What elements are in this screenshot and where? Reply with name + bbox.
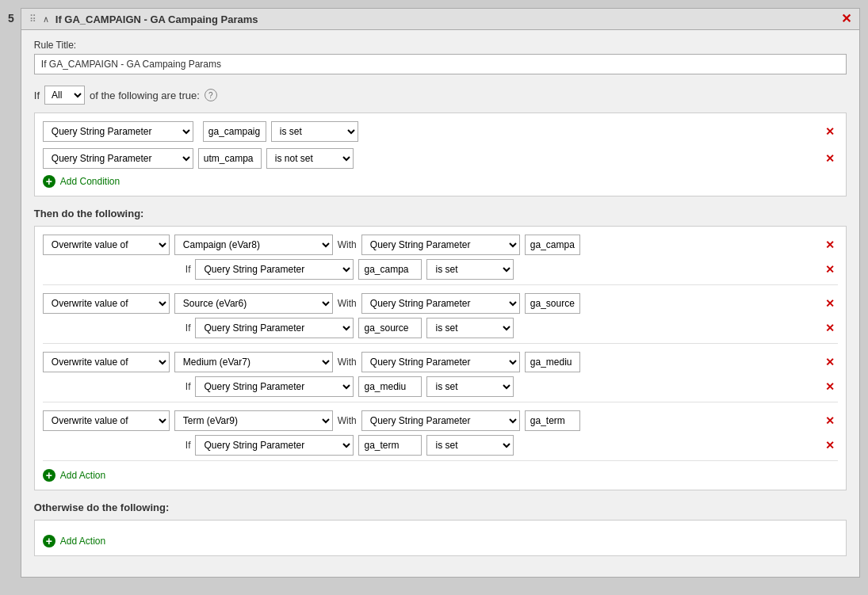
action-if-row-3: If Query String Parameter Query Paramete… xyxy=(185,376,838,397)
condition-value-input-2[interactable] xyxy=(198,148,262,169)
action-main-row-2: Overwrite value of Source (eVar6) With Q… xyxy=(43,293,838,314)
drag-handle-icon[interactable]: ⠿ xyxy=(29,13,36,25)
panel-close-button[interactable]: ✕ xyxy=(841,13,851,25)
condition-value-input-1[interactable] xyxy=(203,121,266,142)
action-if-type-select-2[interactable]: Query String Parameter Query Parameter S… xyxy=(195,318,354,338)
action-block-2: Overwrite value of Source (eVar6) With Q… xyxy=(43,293,838,344)
conditions-area: Query String Parameter Query Parameter S… xyxy=(34,113,847,196)
action-if-operator-select-3[interactable]: is set is not set xyxy=(426,376,514,397)
if-label-3: If xyxy=(185,381,191,392)
add-otherwise-action-label[interactable]: Add Action xyxy=(60,536,105,547)
condition-type-select-1[interactable]: Query String Parameter Query Parameter S… xyxy=(43,121,193,142)
add-condition-icon: + xyxy=(43,175,55,188)
action-if-row-4: If Query String Parameter Query Paramete… xyxy=(185,435,838,456)
action-if-type-select-3[interactable]: Query String Parameter Query Parameter S… xyxy=(195,376,354,397)
if-suffix: of the following are true: xyxy=(90,90,200,101)
condition-row: Query String Parameter Query Parameter S… xyxy=(43,121,838,142)
then-section-label: Then do the following: xyxy=(34,208,847,219)
condition-operator-select-1[interactable]: is set is not set xyxy=(271,121,358,142)
if-section-header: If All Any of the following are true: ? xyxy=(34,86,847,105)
if-label-2: If xyxy=(185,322,191,334)
if-label-4: If xyxy=(185,440,191,451)
action-main-row-4: Overwrite value of Term (eVar9) With Que… xyxy=(43,410,838,431)
add-action-icon: + xyxy=(43,469,55,482)
action-if-value-4[interactable] xyxy=(358,435,422,456)
condition-all-select[interactable]: All Any xyxy=(44,86,85,105)
add-otherwise-action-icon: + xyxy=(43,535,55,547)
action-remove-button-2[interactable]: ✕ xyxy=(822,297,838,310)
action-target-select-4[interactable]: Term (eVar9) xyxy=(174,410,333,431)
rule-title-label: Rule Title: xyxy=(34,40,847,51)
action-with-select-3[interactable]: Query String Parameter Query Parameter S… xyxy=(361,352,520,372)
action-if-value-1[interactable] xyxy=(358,259,422,280)
otherwise-section-label: Otherwise do the following: xyxy=(34,502,847,513)
action-type-select-3[interactable]: Overwrite value of xyxy=(43,352,170,372)
condition-remove-button-1[interactable]: ✕ xyxy=(822,125,838,138)
add-action-label[interactable]: Add Action xyxy=(60,470,105,481)
action-if-operator-select-4[interactable]: is set is not set xyxy=(426,435,514,456)
collapse-button[interactable]: ∧ xyxy=(41,14,51,25)
action-if-value-2[interactable] xyxy=(358,318,422,338)
action-if-remove-button-3[interactable]: ✕ xyxy=(822,380,838,393)
action-with-select-4[interactable]: Query String Parameter Query Parameter S… xyxy=(361,410,520,431)
panel-title: If GA_CAMPAIGN - GA Campaing Params xyxy=(55,13,258,25)
action-if-type-select-4[interactable]: Query String Parameter Query Parameter S… xyxy=(195,435,354,456)
help-icon[interactable]: ? xyxy=(205,89,217,101)
action-if-remove-button-4[interactable]: ✕ xyxy=(822,439,838,452)
action-block-4: Overwrite value of Term (eVar9) With Que… xyxy=(43,410,838,461)
action-if-operator-select-1[interactable]: is set is not set xyxy=(426,259,514,280)
otherwise-actions-area: + Add Action xyxy=(34,520,847,556)
condition-row: Query String Parameter Query Parameter S… xyxy=(43,148,838,169)
action-if-row-1: If Query String Parameter Query Paramete… xyxy=(185,259,838,280)
action-if-type-select-1[interactable]: Query String Parameter Query Parameter S… xyxy=(195,259,354,280)
action-if-remove-button-1[interactable]: ✕ xyxy=(822,263,838,276)
if-prefix: If xyxy=(34,90,40,101)
action-with-value-2[interactable] xyxy=(525,293,580,314)
with-label-4: With xyxy=(338,415,357,426)
action-type-select-2[interactable]: Overwrite value of xyxy=(43,293,170,314)
with-label-2: With xyxy=(338,298,357,309)
if-label-1: If xyxy=(185,264,191,275)
action-main-row-3: Overwrite value of Medium (eVar7) With Q… xyxy=(43,352,838,372)
action-if-operator-select-2[interactable]: is set is not set xyxy=(426,318,514,338)
action-main-row-1: Overwrite value of Campaign (eVar8) With… xyxy=(43,235,838,255)
action-remove-button-1[interactable]: ✕ xyxy=(822,238,838,251)
action-if-remove-button-2[interactable]: ✕ xyxy=(822,322,838,334)
add-condition-row[interactable]: + Add Condition xyxy=(43,175,838,188)
action-with-select-1[interactable]: Query String Parameter Query Parameter S… xyxy=(361,235,520,255)
action-type-select-1[interactable]: Overwrite value of xyxy=(43,235,170,255)
rule-title-section: Rule Title: xyxy=(34,40,847,74)
panel-header: ⠿ ∧ If GA_CAMPAIGN - GA Campaing Params … xyxy=(21,9,859,30)
page-number: 5 xyxy=(8,12,14,25)
action-target-select-1[interactable]: Campaign (eVar8) xyxy=(174,235,333,255)
add-condition-label[interactable]: Add Condition xyxy=(60,176,120,187)
with-label-1: With xyxy=(338,239,357,250)
rule-title-input[interactable] xyxy=(34,54,847,74)
action-if-value-3[interactable] xyxy=(358,376,422,397)
action-with-value-1[interactable] xyxy=(525,235,580,255)
condition-type-select-2[interactable]: Query String Parameter Query Parameter S… xyxy=(43,148,193,169)
actions-area: Overwrite value of Campaign (eVar8) With… xyxy=(34,226,847,490)
action-target-select-2[interactable]: Source (eVar6) xyxy=(174,293,333,314)
action-remove-button-3[interactable]: ✕ xyxy=(822,356,838,368)
condition-remove-button-2[interactable]: ✕ xyxy=(822,152,838,165)
action-block-3: Overwrite value of Medium (eVar7) With Q… xyxy=(43,352,838,402)
with-label-3: With xyxy=(338,357,357,368)
action-remove-button-4[interactable]: ✕ xyxy=(822,414,838,427)
action-type-select-4[interactable]: Overwrite value of xyxy=(43,410,170,431)
panel-header-left: ⠿ ∧ If GA_CAMPAIGN - GA Campaing Params xyxy=(29,13,258,25)
action-block-1: Overwrite value of Campaign (eVar8) With… xyxy=(43,235,838,285)
action-with-value-3[interactable] xyxy=(525,352,580,372)
action-if-row-2: If Query String Parameter Query Paramete… xyxy=(185,318,838,338)
action-target-select-3[interactable]: Medium (eVar7) xyxy=(174,352,333,372)
add-action-row[interactable]: + Add Action xyxy=(43,469,838,482)
condition-operator-select-2[interactable]: is not set is set xyxy=(266,148,354,169)
panel-body: Rule Title: If All Any of the following … xyxy=(21,30,859,577)
add-otherwise-action-row[interactable]: + Add Action xyxy=(43,535,838,547)
action-with-select-2[interactable]: Query String Parameter Query Parameter S… xyxy=(361,293,520,314)
rule-panel: ⠿ ∧ If GA_CAMPAIGN - GA Campaing Params … xyxy=(21,8,860,578)
action-with-value-4[interactable] xyxy=(525,410,580,431)
